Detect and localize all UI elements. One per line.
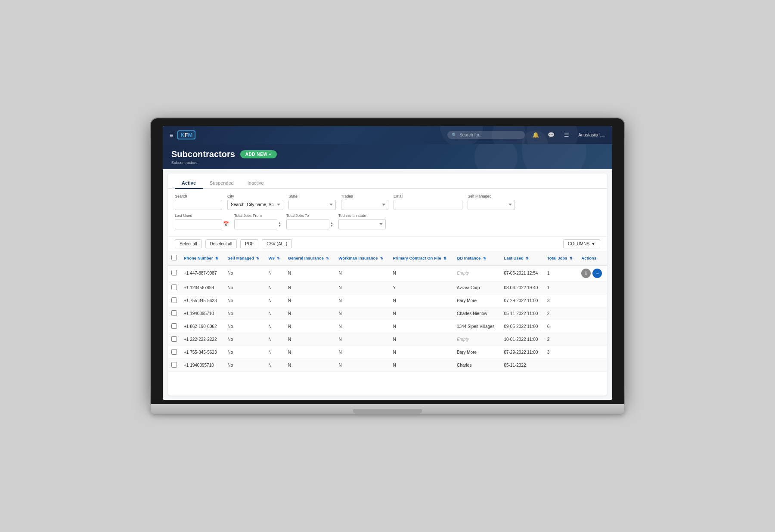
- last-used-input[interactable]: [175, 219, 222, 229]
- list-icon[interactable]: ☰: [561, 130, 572, 141]
- bell-icon[interactable]: 🔔: [530, 130, 541, 141]
- row-checkbox[interactable]: [171, 362, 177, 368]
- row-checkbox-cell: [168, 265, 180, 281]
- row-qb-instance: Bary More: [453, 294, 500, 307]
- row-primary-contract: N: [390, 294, 453, 307]
- row-actions: ℹ →: [578, 265, 607, 281]
- table-wrapper[interactable]: Phone Number ⇅ Self Managed ⇅ W9 ⇅: [168, 251, 607, 396]
- col-qb-instance[interactable]: QB Instance ⇅: [453, 251, 500, 265]
- row-checkbox[interactable]: [171, 297, 177, 303]
- state-select[interactable]: [288, 200, 336, 210]
- row-checkbox[interactable]: [171, 323, 177, 329]
- search-field[interactable]: [175, 200, 222, 210]
- row-workman-insurance: N: [335, 281, 390, 294]
- to-increment-up-icon[interactable]: ▲: [330, 221, 333, 224]
- col-checkbox: [168, 251, 180, 265]
- increment-up-icon[interactable]: ▲: [278, 221, 281, 224]
- tab-suspended[interactable]: Suspended: [203, 178, 241, 189]
- last-used-label: Last Used: [175, 213, 229, 218]
- hamburger-icon[interactable]: ≡: [170, 132, 173, 139]
- col-actions: Actions: [578, 251, 607, 265]
- table-header-row: Phone Number ⇅ Self Managed ⇅ W9 ⇅: [168, 251, 607, 265]
- csv-all-button[interactable]: CSV (ALL): [262, 239, 292, 248]
- row-checkbox[interactable]: [171, 349, 177, 355]
- row-general-insurance: N: [285, 346, 335, 359]
- row-total-jobs: 1: [544, 281, 578, 294]
- col-self-managed[interactable]: Self Managed ⇅: [224, 251, 265, 265]
- increment-down-icon[interactable]: ▼: [278, 224, 281, 227]
- row-actions: [578, 333, 607, 346]
- row-actions: [578, 294, 607, 307]
- row-primary-contract: N: [390, 307, 453, 320]
- col-total-jobs[interactable]: Total Jobs ⇅: [544, 251, 578, 265]
- row-checkbox-cell: [168, 294, 180, 307]
- total-jobs-from-input[interactable]: [234, 219, 277, 229]
- row-checkbox[interactable]: [171, 336, 177, 342]
- city-select[interactable]: Search: City name, State n...: [227, 200, 283, 210]
- row-w9: N: [265, 333, 284, 346]
- deselect-all-button[interactable]: Deselect all: [205, 239, 237, 248]
- chat-icon[interactable]: 💬: [546, 130, 557, 141]
- col-phone[interactable]: Phone Number ⇅: [180, 251, 224, 265]
- row-last-used: 10-01-2022 11:00: [500, 333, 543, 346]
- search-input[interactable]: [459, 133, 521, 137]
- row-primary-contract: N: [390, 320, 453, 333]
- row-checkbox[interactable]: [171, 310, 177, 316]
- row-last-used: 09-05-2022 11:00: [500, 320, 543, 333]
- table-row: +1 755-345-5623 No N N N N Bary More 07-…: [168, 294, 607, 307]
- action-cell: ℹ →: [581, 269, 604, 278]
- row-actions: [578, 281, 607, 294]
- pdf-button[interactable]: PDF: [240, 239, 258, 248]
- col-w9[interactable]: W9 ⇅: [265, 251, 284, 265]
- row-phone: +1 1234567899: [180, 281, 224, 294]
- row-actions: [578, 346, 607, 359]
- row-last-used: 05-11-2022: [500, 359, 543, 371]
- filter-state: State: [288, 194, 336, 210]
- row-checkbox[interactable]: [171, 270, 177, 275]
- row-workman-insurance: N: [335, 307, 390, 320]
- col-last-used[interactable]: Last Used ⇅: [500, 251, 543, 265]
- user-name[interactable]: Anastasiia L...: [578, 133, 605, 137]
- row-actions: [578, 320, 607, 333]
- columns-button[interactable]: COLUMNS ▼: [563, 239, 600, 248]
- row-workman-insurance: N: [335, 359, 390, 371]
- row-checkbox[interactable]: [171, 285, 177, 290]
- row-phone: +1 447-887-9987: [180, 265, 224, 281]
- table-row: +1 1940095710 No N N N N Charles Nienow …: [168, 307, 607, 320]
- row-qb-instance: Empty: [453, 333, 500, 346]
- col-primary-contract[interactable]: Primary Contract On File ⇅: [390, 251, 453, 265]
- row-workman-insurance: N: [335, 294, 390, 307]
- filter-total-from: Total Jobs From ▲ ▼: [234, 213, 281, 229]
- trades-select[interactable]: [341, 200, 388, 210]
- add-new-button[interactable]: ADD NEW +: [240, 150, 277, 158]
- screen-bezel: ≡ KFM 🔍 🔔 💬 ☰ Anastasiia L...: [151, 118, 624, 404]
- row-phone: +1 755-345-5623: [180, 294, 224, 307]
- select-all-button[interactable]: Select all: [175, 239, 202, 248]
- row-primary-contract: N: [390, 333, 453, 346]
- col-workman-insurance[interactable]: Workman Insurance ⇅: [335, 251, 390, 265]
- row-total-jobs: 1: [544, 265, 578, 281]
- row-w9: N: [265, 294, 284, 307]
- search-bar[interactable]: 🔍: [447, 131, 525, 139]
- total-jobs-to-input[interactable]: [286, 219, 329, 229]
- filter-row-2: Last Used 📅 Total Jobs From: [175, 213, 600, 229]
- nav-icons: 🔔 💬 ☰ Anastasiia L...: [530, 130, 605, 141]
- row-info-button[interactable]: ℹ: [581, 269, 591, 278]
- col-general-insurance[interactable]: General Insurance ⇅: [285, 251, 335, 265]
- to-increment-down-icon[interactable]: ▼: [330, 224, 333, 227]
- row-primary-contract: N: [390, 346, 453, 359]
- row-workman-insurance: N: [335, 320, 390, 333]
- email-field[interactable]: [394, 200, 462, 210]
- tech-state-select[interactable]: [338, 219, 386, 229]
- table-row: +1 755-345-5623 No N N N N Bary More 07-…: [168, 346, 607, 359]
- row-self-managed: No: [224, 281, 265, 294]
- select-all-checkbox[interactable]: [171, 255, 177, 260]
- laptop-frame: ≡ KFM 🔍 🔔 💬 ☰ Anastasiia L...: [151, 118, 624, 414]
- row-edit-button[interactable]: →: [592, 269, 602, 278]
- self-managed-select[interactable]: [468, 200, 515, 210]
- tab-inactive[interactable]: Inactive: [241, 178, 271, 189]
- row-self-managed: No: [224, 320, 265, 333]
- row-checkbox-cell: [168, 346, 180, 359]
- row-last-used: 05-11-2022 11:00: [500, 307, 543, 320]
- tab-active[interactable]: Active: [175, 178, 203, 189]
